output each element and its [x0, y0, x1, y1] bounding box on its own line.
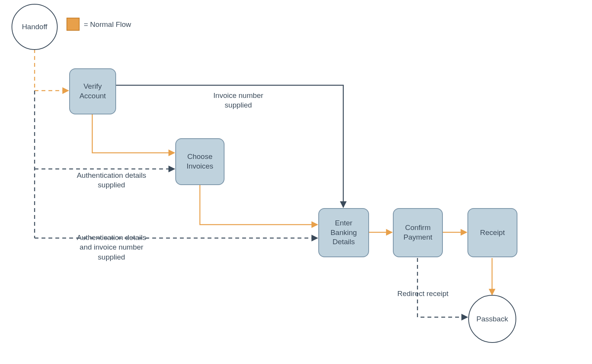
node-verify-account-label: Verify Account	[80, 82, 106, 101]
node-verify-account: Verify Account	[69, 68, 116, 114]
node-passback-label: Passback	[476, 315, 508, 323]
node-receipt-label: Receipt	[480, 228, 505, 238]
edge-redirect-receipt-text: Redirect receipt	[397, 290, 448, 298]
edge-invoice-number-supplied: Invoice number supplied	[185, 81, 292, 110]
node-enter-banking: Enter Banking Details	[318, 208, 369, 257]
node-choose-invoices: Choose Invoices	[175, 138, 224, 185]
node-enter-banking-label: Enter Banking Details	[331, 218, 357, 247]
node-confirm-payment-label: Confirm Payment	[404, 223, 432, 242]
node-confirm-payment: Confirm Payment	[393, 208, 443, 257]
edge-invoice-number-supplied-text: Invoice number supplied	[213, 91, 263, 109]
edge-auth-invoice-supplied-text: Authentication details and invoice numbe…	[77, 233, 146, 261]
node-passback: Passback	[468, 295, 516, 343]
edge-auth-details-supplied: Authentication details supplied	[62, 160, 161, 190]
node-handoff-label: Handoff	[22, 23, 47, 31]
edge-redirect-receipt: Redirect receipt	[388, 289, 457, 299]
node-receipt: Receipt	[467, 208, 517, 257]
flow-diagram: = Normal Flow	[0, 0, 592, 364]
node-handoff: Handoff	[12, 4, 58, 50]
legend-label: = Normal Flow	[84, 20, 131, 29]
node-choose-invoices-label: Choose Invoices	[186, 152, 213, 171]
legend-swatch	[67, 18, 80, 31]
edge-auth-invoice-supplied: Authentication details and invoice numbe…	[62, 223, 161, 262]
edge-auth-details-supplied-text: Authentication details supplied	[77, 171, 146, 189]
